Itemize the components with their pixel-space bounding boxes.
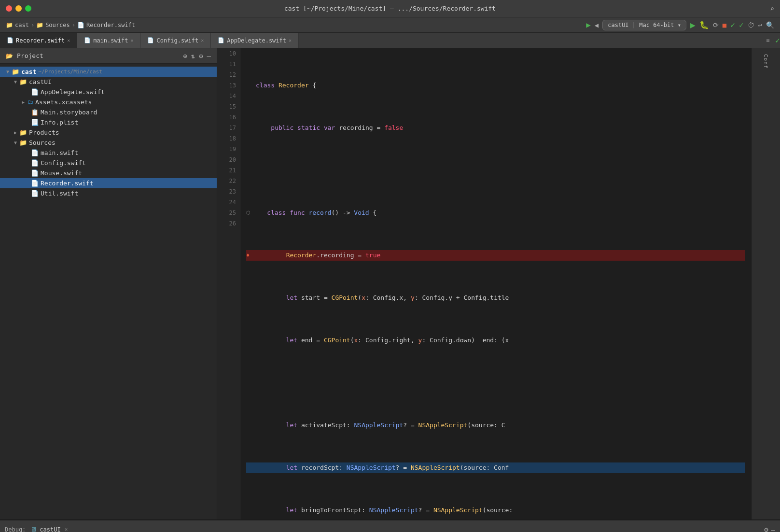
tab-main[interactable]: 📄 main.swift ✕ — [77, 33, 140, 48]
storyboard-file-icon: 📋 — [31, 109, 39, 116]
breadcrumb-right: ▶ ◀ castUI | Mac 64-bit ▾ ▶ 🐛 ⟳ ■ ✓ ✓ ⏱ … — [586, 20, 774, 30]
folder-tree-icon: 📂 — [6, 53, 13, 59]
title-bar: cast [~/Projects/Mine/cast] – .../Source… — [0, 0, 780, 17]
code-line-17 — [246, 378, 745, 388]
tab-config[interactable]: 📄 Config.swift ✕ — [140, 33, 211, 48]
tree-util-swift[interactable]: 📄 Util.swift — [0, 188, 217, 198]
swift-file-icon-config: 📄 — [147, 37, 154, 43]
breadcrumb-cast[interactable]: 📁 cast › — [6, 22, 34, 28]
tree-sources[interactable]: ▼ 📁 Sources — [0, 138, 217, 148]
root-folder-icon: 📁 — [12, 68, 19, 75]
code-view[interactable]: 10 11 12 13 14 15 16 17 18 19 20 21 22 2… — [217, 48, 751, 519]
swift-file-icon: 📄 — [7, 37, 14, 43]
tab-appdelegate[interactable]: 📄 AppDelegate.swift ✕ — [211, 33, 299, 48]
tree-root-item[interactable]: ▼ 📁 cast ~/Projects/Mine/cast — [0, 67, 217, 77]
history-icon[interactable]: ⏱ — [748, 21, 754, 29]
line-numbers: 10 11 12 13 14 15 16 17 18 19 20 21 22 2… — [217, 48, 240, 519]
tree-root-label: cast — [21, 68, 36, 75]
code-line-20: let bringToFrontScpt: NSAppleScript? = N… — [246, 505, 745, 516]
breadcrumb-sources[interactable]: 📁 Sources › — [36, 22, 75, 28]
code-line-14: ♦ Recorder.recording = true — [246, 250, 745, 261]
tabs-bar-right[interactable]: ≡ — [766, 37, 773, 44]
conf-label[interactable]: Conf — [761, 52, 771, 71]
breadcrumb-cast-label: cast — [15, 22, 29, 28]
code-line-12 — [246, 165, 745, 176]
appdelegate-file-icon: 📄 — [31, 88, 39, 96]
debug-castui-label: castUI — [40, 526, 60, 532]
green-checkmark-indicator: ✓ — [775, 36, 780, 45]
maximize-button[interactable] — [25, 5, 31, 12]
util-swift-label: Util.swift — [41, 190, 78, 197]
code-line-10: class Recorder { — [246, 80, 745, 91]
debug-run-icon[interactable]: 🐛 — [699, 20, 709, 29]
tab-recorder[interactable]: 📄 Recorder.swift ✕ — [0, 33, 77, 48]
mouse-swift-label: Mouse.swift — [41, 169, 82, 177]
tree-castUI[interactable]: ▼ 📁 castUI — [0, 77, 217, 87]
tab-recorder-label: Recorder.swift — [16, 37, 65, 44]
search-icon[interactable]: 🔍 — [766, 21, 774, 29]
appdelegate-label: AppDelegate.swift — [41, 88, 105, 96]
tab-main-label: main.swift — [93, 37, 128, 44]
sidebar-toolbar: 📂 Project ⊕ ⇅ ⚙ — — [0, 48, 217, 64]
debug-settings-icon[interactable]: ⚙ — [764, 526, 768, 532]
checkmark2-icon[interactable]: ✓ — [739, 20, 744, 29]
scheme-selector[interactable]: castUI | Mac 64-bit ▾ — [602, 20, 686, 30]
sources-label: Sources — [29, 139, 56, 146]
play-icon[interactable]: ▶ — [586, 20, 591, 29]
editor-area: 10 11 12 13 14 15 16 17 18 19 20 21 22 2… — [217, 48, 751, 519]
project-label: Project — [17, 52, 43, 59]
code-line-16: let end = CGPoint(x: Config.right, y: Co… — [246, 335, 745, 346]
sources-arrow: ▼ — [12, 140, 19, 145]
plist-file-icon: 📃 — [31, 119, 39, 126]
breadcrumb-sources-label: Sources — [45, 22, 70, 28]
filter-icon[interactable]: ⇅ — [191, 52, 195, 60]
tab-recorder-close[interactable]: ✕ — [67, 38, 70, 43]
back-icon[interactable]: ◀ — [595, 21, 599, 29]
code-content[interactable]: class Recorder { public static var recor… — [240, 48, 751, 519]
breadcrumb-file-label: Recorder.swift — [86, 22, 135, 28]
tree-config-swift[interactable]: 📄 Config.swift — [0, 158, 217, 168]
tab-config-label: Config.swift — [156, 37, 198, 44]
tree-appdelegate[interactable]: 📄 AppDelegate.swift — [0, 87, 217, 97]
traffic-lights — [6, 5, 31, 12]
run-button[interactable]: ▶ — [690, 20, 696, 30]
tree-infoplist[interactable]: 📃 Info.plist — [0, 117, 217, 127]
add-file-icon[interactable]: ⊕ — [183, 52, 187, 60]
swift-file-icon-main: 📄 — [84, 37, 91, 43]
tree-recorder-swift[interactable]: 📄 Recorder.swift — [0, 178, 217, 188]
stop-icon[interactable]: ■ — [723, 21, 726, 29]
search-icon[interactable]: ⌕ — [770, 5, 774, 13]
undo-icon[interactable]: ↩ — [758, 21, 762, 29]
tree-products[interactable]: ▶ 📁 Products — [0, 127, 217, 138]
tree-main-swift[interactable]: 📄 main.swift — [0, 148, 217, 158]
tree-mainstoryboard[interactable]: 📋 Main.storyboard — [0, 107, 217, 117]
tree-assets[interactable]: ▶ 🗂 Assets.xcassets — [0, 97, 217, 107]
products-folder-icon: 📁 — [19, 129, 27, 136]
debug-close-icon[interactable]: ✕ — [65, 526, 68, 532]
settings-icon[interactable]: ⚙ — [199, 52, 203, 60]
debug-area: Debug: 🖥 castUI ✕ ⚙ — ▶ 🐛 Debugger ▶ Con… — [0, 519, 780, 532]
products-arrow: ▶ — [12, 130, 19, 135]
castUI-label: castUI — [29, 78, 52, 85]
checkmark-icon[interactable]: ✓ — [730, 20, 735, 29]
plist-label: Info.plist — [41, 119, 78, 126]
storyboard-label: Main.storyboard — [41, 109, 97, 116]
assets-arrow: ▶ — [19, 99, 27, 105]
window-title: cast [~/Projects/Mine/cast] – .../Source… — [284, 5, 496, 12]
tree-mouse-swift[interactable]: 📄 Mouse.swift — [0, 168, 217, 178]
tab-appdelegate-close[interactable]: ✕ — [289, 38, 292, 43]
minimize-button[interactable] — [15, 5, 22, 12]
close-button[interactable] — [6, 5, 12, 12]
tab-main-close[interactable]: ✕ — [130, 38, 133, 43]
tab-appdelegate-label: AppDelegate.swift — [227, 37, 286, 44]
minimize-sidebar-icon[interactable]: — — [207, 52, 211, 60]
main-swift-label: main.swift — [41, 149, 78, 156]
products-label: Products — [29, 129, 59, 136]
debug-collapse-icon[interactable]: — — [771, 526, 775, 532]
code-line-19: let recordScpt: NSAppleScript? = NSApple… — [246, 462, 745, 473]
breadcrumb-file[interactable]: 📄 Recorder.swift — [77, 22, 135, 28]
code-line-13: ⬡ class func record() -> Void { — [246, 208, 745, 218]
coverage-icon[interactable]: ⟳ — [713, 21, 719, 29]
tab-config-close[interactable]: ✕ — [201, 38, 204, 43]
sources-folder-icon: 📁 — [19, 139, 27, 146]
